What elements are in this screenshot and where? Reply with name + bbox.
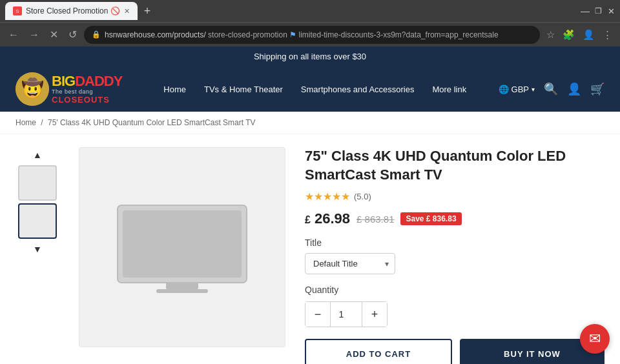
- menu-button[interactable]: ⋮: [600, 26, 615, 43]
- logo-closeouts: Closeouts: [52, 95, 122, 105]
- svg-rect-4: [166, 283, 198, 289]
- currency-chevron: ▾: [532, 86, 535, 93]
- reload-button[interactable]: ↺: [65, 26, 80, 43]
- profile-button[interactable]: 👤: [580, 26, 597, 43]
- breadcrumb-separator: /: [41, 118, 43, 127]
- nav-tvs[interactable]: TVs & Home Theater: [204, 85, 283, 94]
- url-text: hsnwarehouse.com/products/ store-closed-…: [105, 30, 532, 39]
- bookmark-star-button[interactable]: ☆: [544, 26, 557, 43]
- thumbnail-1[interactable]: [18, 165, 57, 201]
- site-logo[interactable]: 🤠 BIGDADDY The best dang Closeouts: [16, 72, 132, 106]
- rating-stars: ★★★★★: [305, 190, 350, 203]
- thumb-down-arrow[interactable]: ▼: [30, 241, 45, 257]
- quantity-decrease-button[interactable]: −: [305, 302, 330, 327]
- new-tab-button[interactable]: +: [140, 5, 155, 18]
- announcement-bar: Shipping on all items over $30: [0, 46, 620, 66]
- thumbnail-nav: ▲ ▼: [16, 147, 59, 364]
- url-promotion-part: store-closed-promotion: [206, 30, 289, 39]
- tab-label: Store Closed Promotion 🚫: [26, 6, 120, 15]
- extensions-button[interactable]: 🧩: [560, 26, 577, 43]
- quantity-input[interactable]: [330, 302, 362, 327]
- close-window-button[interactable]: ✕: [607, 7, 615, 15]
- title-select-wrapper[interactable]: Default Title ▾: [305, 253, 395, 274]
- url-domain: hsnwarehouse.com/products/: [105, 30, 206, 39]
- logo-subtitle: The best dang: [52, 88, 122, 95]
- search-button[interactable]: 🔍: [544, 82, 558, 96]
- currency-selector[interactable]: 🌐 GBP ▾: [499, 85, 535, 94]
- breadcrumb-home[interactable]: Home: [16, 118, 36, 127]
- svg-rect-5: [156, 289, 208, 293]
- price-amount: 26.98: [315, 210, 350, 227]
- product-main-image: [79, 147, 285, 347]
- rating-count: (5.0): [354, 192, 371, 201]
- announcement-text: Shipping on all items over $30: [254, 52, 366, 61]
- price-row: £ 26.98 £ 863.81 Save £ 836.83: [305, 210, 604, 227]
- tab-close-btn[interactable]: ✕: [124, 7, 130, 15]
- logo-brand-name: BIGDADDY: [52, 74, 122, 88]
- browser-tab[interactable]: S Store Closed Promotion 🚫 ✕: [5, 2, 138, 20]
- minimize-button[interactable]: —: [581, 7, 589, 15]
- back-button[interactable]: ←: [5, 26, 22, 43]
- tab-favicon: S: [13, 6, 22, 15]
- address-bar[interactable]: 🔒 hsnwarehouse.com/products/ store-close…: [84, 26, 540, 44]
- product-title: 75" Class 4K UHD Quantum Color LED Smart…: [305, 147, 604, 184]
- forward-button[interactable]: →: [26, 26, 43, 43]
- rating-row: ★★★★★ (5.0): [305, 190, 604, 203]
- nav-smartphones[interactable]: Smartphones and Accessories: [301, 85, 415, 94]
- chat-icon: ✉: [589, 330, 601, 347]
- url-flag-icon: ⚑: [289, 30, 296, 39]
- url-rest: limited-time-discounts-3-xs9m?data_from=…: [296, 30, 498, 39]
- thumbnail-2[interactable]: [18, 203, 57, 239]
- logo-icon: 🤠: [16, 72, 49, 106]
- price-original: £ 863.81: [356, 214, 394, 225]
- chat-button[interactable]: ✉: [580, 324, 610, 354]
- product-info-panel: 75" Class 4K UHD Quantum Color LED Smart…: [305, 147, 604, 364]
- main-nav: Home TVs & Home Theater Smartphones and …: [145, 85, 486, 94]
- cart-button[interactable]: 🛒: [590, 82, 604, 96]
- maximize-button[interactable]: ❐: [594, 7, 602, 15]
- thumb-up-arrow[interactable]: ▲: [30, 147, 45, 163]
- svg-text:🤠: 🤠: [21, 77, 44, 99]
- breadcrumb: Home / 75' Class 4K UHD Quantum Color LE…: [0, 112, 620, 134]
- account-button[interactable]: 👤: [567, 82, 581, 96]
- svg-rect-3: [123, 210, 242, 278]
- title-select[interactable]: Default Title: [305, 253, 395, 274]
- quantity-increase-button[interactable]: +: [362, 302, 387, 327]
- price-current: £ 26.98: [305, 210, 350, 227]
- breadcrumb-current: 75' Class 4K UHD Quantum Color LED Smart…: [48, 118, 256, 127]
- save-badge: Save £ 836.83: [400, 212, 461, 225]
- quantity-control: − +: [305, 301, 388, 327]
- lock-icon: 🔒: [92, 30, 101, 39]
- currency-label: GBP: [512, 85, 529, 94]
- title-field-label: Title: [305, 238, 604, 248]
- nav-more[interactable]: More link: [432, 85, 466, 94]
- cart-buttons: ADD TO CART BUY IT NOW: [305, 339, 604, 364]
- quantity-label: Quantity: [305, 285, 604, 295]
- add-to-cart-button[interactable]: ADD TO CART: [305, 339, 452, 364]
- globe-icon: 🌐: [499, 85, 509, 94]
- nav-home[interactable]: Home: [163, 85, 186, 94]
- close-tab-button[interactable]: ✕: [46, 26, 61, 43]
